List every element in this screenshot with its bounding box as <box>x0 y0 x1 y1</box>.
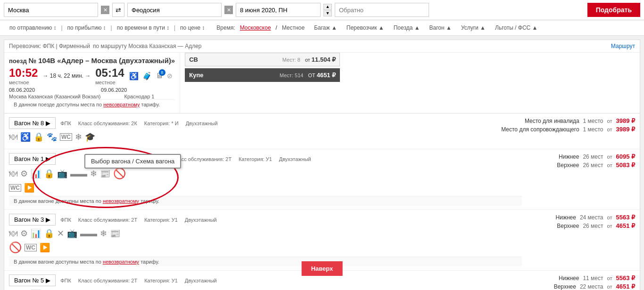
wagon-tooltip[interactable]: Выбор вагона / Схема вагона <box>84 154 181 169</box>
wagon-1-icons2: WC ▶️ <box>9 183 522 193</box>
origin-input[interactable] <box>4 3 98 17</box>
sv-price: 11.504 ₽ <box>312 56 336 63</box>
wagon-5-category: Категория: У1 <box>144 278 178 283</box>
wagon-5-button[interactable]: Вагон № 5 ▶ <box>9 274 56 286</box>
filter-price[interactable]: по цене↕ <box>175 23 209 33</box>
filter-services[interactable]: Услуги ▲ <box>456 23 490 33</box>
gear-icon-w1: ⚙ <box>20 169 28 179</box>
news-icon-w1: 📰 <box>100 169 110 179</box>
train-number-prefix: поезд <box>9 57 27 64</box>
time-label: Время: <box>216 24 235 31</box>
wagon-1-left: Вагон № 1 ▶ Выбор вагона / Схема вагона … <box>9 153 522 206</box>
lock-icon-w8: 🔒 <box>33 132 44 142</box>
wagon-3-tariff: В данном вагоне доступны места по невозв… <box>9 257 522 266</box>
wagon-1-tariff-link[interactable]: невозвратному <box>103 198 139 204</box>
wagon-8-label: Вагон № 8 <box>14 120 44 127</box>
wagon-8-content: Вагон № 8 ▶ ФПК Класс обслуживания: 2К К… <box>9 117 635 145</box>
train-dates: 08.06.2020 09.06.2020 <box>9 87 175 93</box>
filter-carrier[interactable]: Перевозчик ▲ <box>342 23 389 33</box>
wagon-1-seat1: Нижнее 26 мест от 6095 ₽ <box>522 153 635 160</box>
chart-icon-w3: 📊 <box>31 228 41 239</box>
date-input[interactable] <box>236 3 321 17</box>
route-link[interactable]: Маршрут <box>611 43 635 49</box>
wagon-1-tariff: В данном вагоне доступны места по невозв… <box>9 196 522 206</box>
kupe-seat-count: Мест: 514 <box>280 72 303 78</box>
wagon-1-arrow: ▶ <box>46 155 50 162</box>
train-stations: Москва Казанская (Казанский Вокзал) Крас… <box>9 94 175 99</box>
wagon-3-seat2: Верхнее 26 мест от 4651 ₽ <box>522 222 635 229</box>
screen-icon-w1: 📺 <box>57 169 67 179</box>
destination-input[interactable] <box>127 3 222 17</box>
screen-icon-wrapper: 🖥 8 <box>156 72 163 80</box>
wagon-tooltip-text: Выбор вагона / Схема вагона <box>91 158 174 165</box>
seat-class-sv[interactable]: СВ Мест: 8 от 11.504 ₽ <box>185 53 340 66</box>
wagon-1-class: Класс обслуживания: 2Т <box>173 156 231 162</box>
wagon-3-type: Двухэтажный <box>185 217 217 223</box>
wagon-1-seat2-from: от <box>607 162 612 168</box>
wagon-1-right: Нижнее 26 мест от 6095 ₽ Верхнее 26 мест… <box>522 153 635 170</box>
wagon-8-carrier: ФПК <box>60 121 71 126</box>
swap-direction-button[interactable]: ⇄ <box>112 3 124 17</box>
filter-arrival[interactable]: по прибытию↕ <box>63 23 111 33</box>
arrive-label: местное <box>95 80 124 85</box>
wagon-1-row: Вагон № 1 ▶ Выбор вагона / Схема вагона … <box>4 149 640 210</box>
wagon-8-class: Класс обслуживания: 2К <box>78 121 137 126</box>
wagon-1-seat2-price: 5083 ₽ <box>616 161 635 169</box>
wagon-8-button[interactable]: Вагон № 8 ▶ <box>9 117 56 129</box>
wagon-1-content: Вагон № 1 ▶ Выбор вагона / Схема вагона … <box>9 153 635 206</box>
wagon-5-seat2-from: от <box>607 284 612 290</box>
tariff-link[interactable]: невозвратному <box>103 102 140 107</box>
wagon-8-seat2-label: Место для сопровождающего <box>501 126 579 133</box>
train-header: Перевозчик: ФПК | Фирменный по маршруту … <box>4 40 640 53</box>
snow-icon-w8: ❄ <box>75 132 82 142</box>
return-input[interactable] <box>335 3 429 17</box>
filter-local-time[interactable]: Местное <box>277 23 309 33</box>
search-button[interactable]: Подобрать <box>587 3 640 17</box>
filter-wagon[interactable]: Вагон ▲ <box>425 23 456 33</box>
depart-block: 10:52 местное <box>9 66 38 85</box>
arrive-block: 05:14 местное <box>95 66 124 85</box>
wagon-1-seat1-from: от <box>607 154 612 160</box>
wagon-8-seat2-price: 3989 ₽ <box>616 126 635 133</box>
sv-seat-count: Мест: 8 <box>282 57 300 63</box>
wagon-8-info: ФПК Класс обслуживания: 2К Категория: * … <box>60 121 217 126</box>
depart-date: 08.06.2020 <box>9 87 35 93</box>
wagon-8-type: Двухэтажный <box>186 121 218 126</box>
wagon-1-header: Вагон № 1 ▶ Выбор вагона / Схема вагона … <box>9 153 522 165</box>
back-to-top-button[interactable]: Наверх <box>302 261 343 276</box>
wagon-8-seat1-from: от <box>607 118 612 124</box>
filter-trains[interactable]: Поезда ▲ <box>389 23 425 33</box>
filter-moscow-time[interactable]: Московское <box>235 23 276 33</box>
carrier-label: Перевозчик: ФПК | Фирменный <box>9 43 90 49</box>
wagon-8-seat1-count: 1 место <box>583 118 603 124</box>
date-up-button[interactable]: ▲ <box>323 4 332 10</box>
date-down-button[interactable]: ▼ <box>323 10 332 16</box>
wagon-5-seat2-count: 22 места <box>580 283 603 290</box>
filter-duration[interactable]: по времени в пути↕ <box>112 23 174 33</box>
lock-icon-w1: 🔒 <box>44 169 54 179</box>
kupe-price: 4651 ₽ <box>317 72 336 79</box>
wagon-8-seat1: Место для инвалида 1 место от 3989 ₽ <box>501 117 635 124</box>
wagon-1-button[interactable]: Вагон № 1 ▶ <box>9 153 56 165</box>
wagon-3-seat2-from: от <box>607 223 612 229</box>
filter-departure[interactable]: по отправлению↕ <box>5 23 61 33</box>
wagon-5-arrow: ▶ <box>46 277 50 284</box>
sv-class-name: СВ <box>189 56 282 63</box>
wagon-3-button[interactable]: Вагон № 3 ▶ <box>9 214 56 226</box>
clear-origin-button[interactable]: ✕ <box>101 6 109 14</box>
clear-destination-button[interactable]: ✕ <box>224 6 233 14</box>
wagon-3-carrier: ФПК <box>60 217 71 223</box>
wagon-3-tariff-link[interactable]: невозвратному <box>103 259 139 265</box>
kupe-class-name: Купе <box>189 72 280 79</box>
sort-price-icon: ↕ <box>202 24 205 31</box>
snow-icon-w3: ❄ <box>100 228 107 239</box>
filter-baggage[interactable]: Багаж ▲ <box>309 23 342 33</box>
wagon-3-info: ФПК Класс обслуживания: 2Т Категория: У1… <box>60 217 217 223</box>
train-number-value: № 104В «Адлер – Москва (двухэтажный)» <box>28 56 175 64</box>
wagon-3-left: Вагон № 3 ▶ ФПК Класс обслуживания: 2Т К… <box>9 214 522 266</box>
seat-class-kupe[interactable]: Купе Мест: 514 ОТ 4651 ₽ <box>185 68 340 82</box>
wagon-5-seat2-price: 4651 ₽ <box>616 283 635 290</box>
filter-benefits[interactable]: Льготы / ФСС ▲ <box>490 23 542 33</box>
wagon-1-type: Двухэтажный <box>279 156 311 162</box>
wagon-3-arrow: ▶ <box>46 216 50 223</box>
